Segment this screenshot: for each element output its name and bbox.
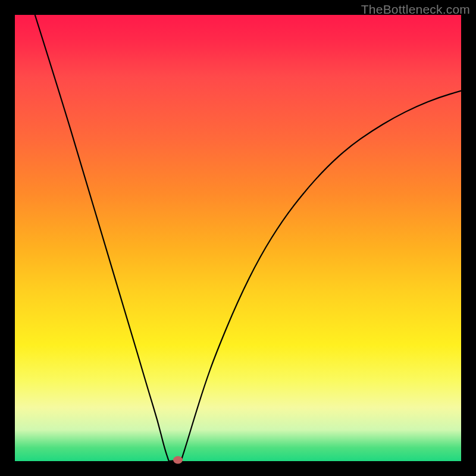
chart-container: TheBottleneck.com [0, 0, 476, 476]
chart-plot-area [15, 15, 461, 461]
watermark-text: TheBottleneck.com [361, 2, 470, 17]
